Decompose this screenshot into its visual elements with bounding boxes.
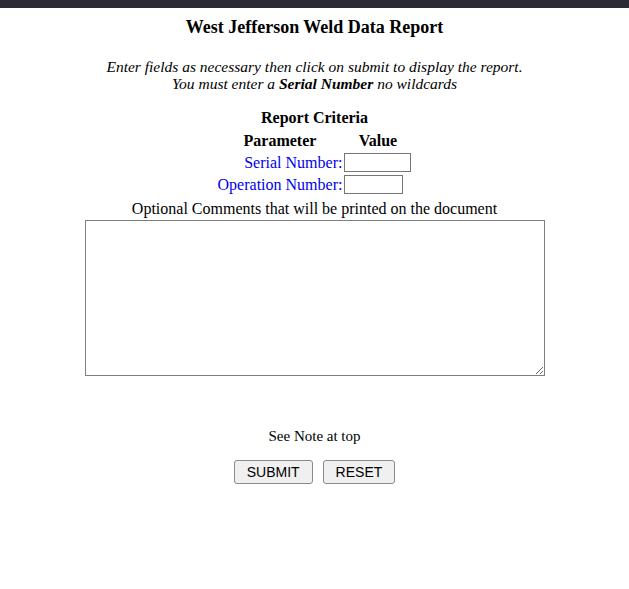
instructions: Enter fields as necessary then click on … — [0, 58, 629, 92]
instructions-line2-prefix: You must enter a — [172, 75, 279, 92]
serial-number-label-cell: Serial Number: — [218, 153, 343, 172]
operation-number-input[interactable] — [344, 175, 403, 194]
instructions-line2-suffix: no wildcards — [373, 75, 457, 92]
comments-label: Optional Comments that will be printed o… — [0, 201, 629, 217]
comments-textarea[interactable] — [85, 220, 545, 376]
instructions-line1: Enter fields as necessary then click on … — [106, 58, 522, 75]
reset-button[interactable]: RESET — [323, 460, 396, 484]
note-text: See Note at top — [0, 429, 629, 444]
button-row: SUBMIT RESET — [0, 460, 629, 484]
parameter-column-header: Parameter — [218, 132, 343, 150]
top-bar — [0, 0, 629, 8]
serial-number-value-cell — [344, 153, 411, 172]
operation-number-link[interactable]: Operation Number: — [218, 176, 343, 193]
serial-number-link[interactable]: Serial Number: — [244, 154, 342, 171]
table-row: Serial Number: — [218, 153, 412, 172]
criteria-table: Parameter Value Serial Number: Operation… — [216, 129, 414, 197]
table-row: Operation Number: — [218, 175, 412, 194]
criteria-header-row: Parameter Value — [218, 132, 412, 150]
page-title: West Jefferson Weld Data Report — [0, 18, 629, 36]
value-column-header: Value — [344, 132, 411, 150]
instructions-serial-number-emphasis: Serial Number — [279, 75, 373, 92]
submit-button[interactable]: SUBMIT — [234, 460, 313, 484]
operation-number-label-cell: Operation Number: — [218, 175, 343, 194]
report-criteria-heading: Report Criteria — [0, 110, 629, 126]
operation-number-value-cell — [344, 175, 411, 194]
serial-number-input[interactable] — [344, 153, 411, 172]
